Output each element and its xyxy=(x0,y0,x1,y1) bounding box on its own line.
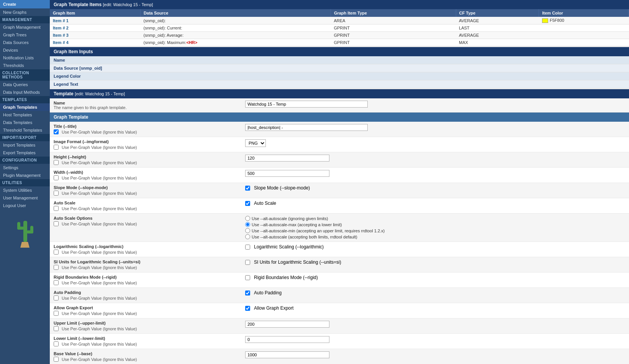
sidebar-item-graph-templates[interactable]: Graph Templates xyxy=(0,103,50,111)
input-item-row[interactable]: Name xyxy=(50,56,629,64)
auto-padding-checkbox-row: Use Per-Graph Value (Ignore this Value) xyxy=(54,295,245,300)
sidebar-item-create[interactable]: Create xyxy=(0,0,50,8)
col-data-source: Data Source xyxy=(141,9,331,17)
sidebar-item-devices[interactable]: Devices xyxy=(0,46,50,54)
image-format-row: Image Format (--imgformat) Use Per-Graph… xyxy=(50,137,629,152)
auto-scale-checkbox[interactable] xyxy=(245,201,250,206)
si-units-checkbox[interactable] xyxy=(245,260,250,265)
slope-mode-checkbox-row: Use Per-Graph Value (Ignore this Value) xyxy=(54,191,245,196)
upper-limit-row: Upper Limit (--upper-limit) Use Per-Grap… xyxy=(50,318,629,334)
input-item-row[interactable]: Data Source [snmp_oid] xyxy=(50,64,629,72)
upper-limit-input[interactable] xyxy=(245,321,329,328)
base-value-checkbox-row: Use Per-Graph Value (Ignore this Value) xyxy=(54,357,245,362)
main-content: Graph Template Items [edit: Watchdog 15 … xyxy=(50,0,629,364)
auto-scale-value-label: Auto Scale xyxy=(254,201,276,206)
template-title: Template xyxy=(54,91,74,96)
auto-scale-options-per-graph-checkbox[interactable] xyxy=(54,221,59,226)
sidebar-item-import-templates[interactable]: Import Templates xyxy=(0,141,50,149)
sidebar-item-settings[interactable]: Settings xyxy=(0,164,50,171)
sidebar-item-data-queries[interactable]: Data Queries xyxy=(0,81,50,88)
logarithmic-checkbox[interactable] xyxy=(245,245,250,250)
template-edit-label: [edit: Watchdog 15 - Temp] xyxy=(75,91,125,96)
sidebar-item-thresholds[interactable]: Thresholds xyxy=(0,62,50,69)
si-units-per-graph-checkbox[interactable] xyxy=(54,265,59,270)
auto-padding-checkbox[interactable] xyxy=(245,291,250,295)
slope-mode-per-graph-checkbox[interactable] xyxy=(54,191,59,196)
auto-scale-options-checkbox-row: Use Per-Graph Value (Ignore this Value) xyxy=(54,221,245,226)
graph-template-subsection-header: Graph Template xyxy=(50,113,629,122)
cactus-icon xyxy=(13,213,36,248)
sidebar-item-user-management[interactable]: User Management xyxy=(0,194,50,202)
sidebar-item-new-graphs[interactable]: New Graphs xyxy=(0,8,50,16)
height-checkbox[interactable] xyxy=(54,160,59,165)
height-checkbox-row: Use Per-Graph Value (Ignore this Value) xyxy=(54,160,245,165)
sidebar-item-system-utilities[interactable]: System Utilities xyxy=(0,186,50,194)
rigid-per-graph-checkbox[interactable] xyxy=(54,280,59,285)
graph-item-link[interactable]: Item # 2 xyxy=(53,26,69,30)
base-value-per-graph-checkbox[interactable] xyxy=(54,357,59,362)
input-item-label[interactable]: Legend Text xyxy=(50,80,629,88)
sidebar-item-data-sources[interactable]: Data Sources xyxy=(0,39,50,46)
sidebar: Create New Graphs Management Graph Manag… xyxy=(0,0,50,364)
sidebar-item-graph-trees[interactable]: Graph Trees xyxy=(0,31,50,39)
lower-limit-checkbox-row: Use Per-Graph Value (Ignore this Value) xyxy=(54,341,245,346)
input-item-label[interactable]: Data Source [snmp_oid] xyxy=(50,64,629,72)
lower-limit-input[interactable] xyxy=(245,336,329,343)
lower-limit-row: Lower Limit (--lower-limit) Use Per-Grap… xyxy=(50,334,629,349)
logarithmic-per-graph-checkbox[interactable] xyxy=(54,250,59,255)
sidebar-item-threshold-templates[interactable]: Threshold Templates xyxy=(0,126,50,134)
title-checkbox[interactable] xyxy=(54,129,59,134)
rigid-checkbox[interactable] xyxy=(245,275,250,280)
radio-alt-autoscale-max[interactable]: Use --alt-autoscale-max (accepting a low… xyxy=(245,222,385,227)
auto-scale-per-graph-checkbox[interactable] xyxy=(54,206,59,211)
graph-item-link[interactable]: Item # 1 xyxy=(53,18,69,23)
edit-label: [edit: Watchdog 15 - Temp] xyxy=(103,2,153,7)
width-checkbox[interactable] xyxy=(54,175,59,180)
auto-scale-options-label: Auto Scale Options xyxy=(54,216,245,220)
allow-graph-export-value-label: Allow Graph Export xyxy=(254,305,293,311)
auto-padding-per-graph-checkbox[interactable] xyxy=(54,295,59,300)
allow-graph-export-checkbox[interactable] xyxy=(245,306,250,311)
sidebar-item-data-templates[interactable]: Data Templates xyxy=(0,119,50,126)
slope-mode-checkbox[interactable] xyxy=(245,186,250,191)
allow-graph-export-checkbox-row: Use Per-Graph Value (Ignore this Value) xyxy=(54,311,245,316)
upper-limit-per-graph-checkbox[interactable] xyxy=(54,326,59,331)
logarithmic-checkbox-row: Use Per-Graph Value (Ignore this Value) xyxy=(54,250,245,255)
name-field-label: Name xyxy=(54,101,245,105)
slope-mode-row: Slope Mode (--slope-mode) Use Per-Graph … xyxy=(50,183,629,198)
input-item-row[interactable]: Legend Color xyxy=(50,72,629,80)
name-field-desc: The name given to this graph template. xyxy=(54,105,245,110)
radio-alt-autoscale-both[interactable]: Use --alt-autoscale (accepting both limi… xyxy=(245,234,385,239)
title-label: Title (--title) xyxy=(54,124,245,129)
input-item-row[interactable]: Legend Text xyxy=(50,80,629,88)
si-units-row: SI Units for Logarithmic Scaling (--unit… xyxy=(50,257,629,273)
width-label: Width (--width) xyxy=(54,170,245,175)
allow-graph-export-per-graph-checkbox[interactable] xyxy=(54,311,59,316)
template-name-input[interactable] xyxy=(245,101,368,108)
template-header: Template [edit: Watchdog 15 - Temp] xyxy=(50,89,629,98)
base-value-input[interactable] xyxy=(245,351,329,358)
sidebar-header-templates: Templates xyxy=(0,96,50,103)
sidebar-item-host-templates[interactable]: Host Templates xyxy=(0,111,50,119)
title-input[interactable] xyxy=(245,124,368,131)
sidebar-item-logout[interactable]: Logout User xyxy=(0,202,50,209)
sidebar-item-export-templates[interactable]: Export Templates xyxy=(0,149,50,157)
radio-alt-autoscale[interactable]: Use --alt-autoscale (ignoring given limi… xyxy=(245,216,385,221)
image-format-checkbox[interactable] xyxy=(54,145,59,150)
sidebar-item-plugin-management[interactable]: Plugin Management xyxy=(0,171,50,179)
height-input[interactable] xyxy=(245,155,329,162)
lower-limit-per-graph-checkbox[interactable] xyxy=(54,341,59,346)
width-input[interactable] xyxy=(245,170,329,177)
sidebar-item-notification-lists[interactable]: Notification Lists xyxy=(0,54,50,62)
image-format-select[interactable]: PNG GIF SVG xyxy=(245,139,266,147)
sidebar-header-utilities: Utilities xyxy=(0,179,50,186)
input-item-label[interactable]: Legend Color xyxy=(50,72,629,80)
input-item-label[interactable]: Name xyxy=(50,56,629,64)
slope-mode-label: Slope Mode (--slope-mode) xyxy=(54,185,245,190)
sidebar-item-data-input-methods[interactable]: Data Input Methods xyxy=(0,88,50,96)
radio-alt-autoscale-min[interactable]: Use --alt-autoscale-min (accepting an up… xyxy=(245,228,385,233)
graph-item-link[interactable]: Item # 4 xyxy=(53,40,69,45)
svg-rect-4 xyxy=(30,226,33,233)
sidebar-item-graph-management[interactable]: Graph Management xyxy=(0,23,50,31)
graph-item-link[interactable]: Item # 3 xyxy=(53,33,69,38)
